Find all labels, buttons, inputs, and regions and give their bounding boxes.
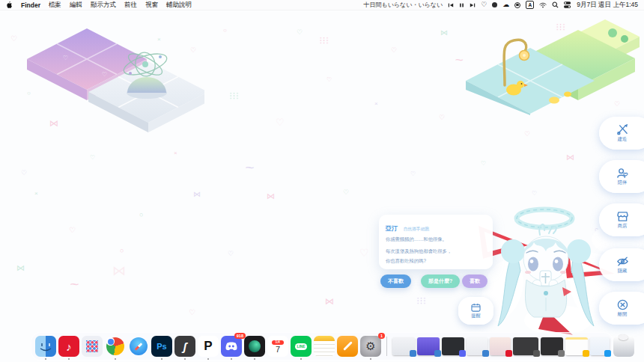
dock-netease-music[interactable]: ♪ xyxy=(58,336,79,357)
window-thumbnail-app-store[interactable] xyxy=(590,337,610,355)
dock-chrome[interactable] xyxy=(105,336,126,357)
side-button-shop[interactable]: 商店 xyxy=(599,203,644,236)
what-is-that-button[interactable]: 那是什麼? xyxy=(421,274,460,288)
wallpaper-motif: ♡ xyxy=(276,117,285,127)
dock-safari[interactable] xyxy=(128,336,149,357)
planet-icon xyxy=(249,340,261,352)
svg-text:♡: ♡ xyxy=(102,71,107,78)
dialog-line: 每次漢堡及熱狗他都會吃很多， xyxy=(386,248,486,255)
window-thumbnail-clip-studio[interactable] xyxy=(513,337,538,355)
window-thumbnail-netease[interactable] xyxy=(490,337,511,355)
apple-menu-icon[interactable] xyxy=(6,1,13,9)
person-heart-icon xyxy=(616,168,629,179)
window-thumbnail-finder[interactable] xyxy=(392,337,415,355)
pause-icon[interactable] xyxy=(459,1,464,9)
line-icon: LINE xyxy=(295,343,308,350)
wallpaper-motif: ♡ xyxy=(21,170,27,177)
dislike-button[interactable]: 不喜歡 xyxy=(380,274,411,288)
now-playing-title[interactable]: 十日間もいらない・いらない xyxy=(364,1,443,9)
clip-studio-icon: ʃ xyxy=(183,340,187,353)
window-thumbnail-system[interactable] xyxy=(541,337,563,355)
trash-paper-icon xyxy=(619,334,628,340)
isometric-platform-left: ♡ ♡ xyxy=(21,21,204,133)
cloud-status-icon[interactable]: ☁ xyxy=(502,1,509,9)
side-button-label: 商店 xyxy=(618,223,628,230)
menu-edit[interactable]: 編輯 xyxy=(70,1,82,10)
finder-face-icon xyxy=(37,340,54,353)
gear-icon: ⚙ xyxy=(365,340,375,353)
status-dot-icon[interactable] xyxy=(492,1,497,9)
menu-view[interactable]: 顯示方式 xyxy=(91,1,116,10)
dock-dark-planet-app[interactable] xyxy=(244,336,265,357)
side-button-label: 建造 xyxy=(618,136,628,143)
next-track-icon[interactable] xyxy=(470,1,476,9)
discord-badge: 918 xyxy=(234,333,246,339)
dock-finder[interactable] xyxy=(35,336,56,357)
side-button-label: 陪伴 xyxy=(618,180,628,186)
dock-separator xyxy=(386,337,387,356)
pen-icon xyxy=(343,341,353,351)
wallpaper-motif: × xyxy=(174,150,177,156)
dock-calendar[interactable]: 9月 7 xyxy=(267,336,288,357)
dock-launchpad[interactable] xyxy=(82,336,103,357)
side-button-quit[interactable]: 離開 xyxy=(599,292,644,325)
menu-bar: Finder 檔案 編輯 顯示方式 前往 視窗 輔助說明 十日間もいらない・いら… xyxy=(0,0,644,10)
screen-record-icon[interactable] xyxy=(514,1,520,9)
side-button-hide[interactable]: 隱藏 xyxy=(599,248,644,281)
wallpaper-motif: ⋈ xyxy=(440,29,448,37)
discord-icon xyxy=(224,341,239,352)
dock-discord[interactable]: 918 xyxy=(221,336,242,357)
spotlight-search-icon[interactable] xyxy=(552,1,559,9)
wallpaper-motif: ♡ xyxy=(439,114,445,121)
menu-file[interactable]: 檔案 xyxy=(49,1,61,10)
pet-character[interactable] xyxy=(474,199,620,335)
side-button-build[interactable]: 建造 xyxy=(599,117,644,150)
pencil-ruler-icon xyxy=(616,124,629,135)
wallpaper-motif: ○ xyxy=(139,212,143,218)
previous-track-icon[interactable] xyxy=(448,1,454,9)
wallpaper-motif: ♡ xyxy=(391,47,397,54)
window-thumbnail-finder[interactable] xyxy=(467,337,487,355)
dock-trash[interactable] xyxy=(613,336,634,357)
dock-system-settings[interactable]: 1 ⚙ xyxy=(360,336,381,357)
wifi-icon[interactable] xyxy=(539,1,547,9)
wallpaper-motif xyxy=(319,37,329,44)
window-thumbnail-finder[interactable] xyxy=(417,337,440,355)
control-center-icon[interactable] xyxy=(564,1,571,9)
chrome-icon xyxy=(106,337,124,355)
menu-go[interactable]: 前往 xyxy=(124,1,137,10)
dock-line[interactable]: LINE xyxy=(291,336,312,357)
heart-menu-icon[interactable]: ♡ xyxy=(481,1,487,9)
dock-pages[interactable] xyxy=(337,336,358,357)
dock-p-app[interactable]: P xyxy=(198,336,219,357)
wallpaper-motif: ♡ xyxy=(343,189,349,196)
isometric-platform-right xyxy=(458,16,644,115)
input-source-badge[interactable]: A xyxy=(526,1,534,9)
safari-compass-icon xyxy=(130,337,148,355)
svg-text:♡: ♡ xyxy=(63,55,68,61)
side-button-companion[interactable]: 陪伴 xyxy=(599,160,644,193)
side-button-label: 隱藏 xyxy=(618,268,628,274)
reminder-button[interactable]: 提醒 xyxy=(458,297,493,325)
desktop-screen: Finder 檔案 編輯 顯示方式 前往 視窗 輔助說明 十日間もいらない・いら… xyxy=(0,0,644,362)
p-app-icon: P xyxy=(204,339,212,354)
wallpaper-motif: ♡ xyxy=(532,191,537,197)
window-thumbnail-discord[interactable] xyxy=(442,337,464,355)
wallpaper-motif: × xyxy=(34,191,38,197)
wallpaper-motif: ♡ xyxy=(297,29,303,36)
wallpaper-motif: ♡ xyxy=(481,161,486,167)
dialog-line: 你感覺餓餓的……和他很像。 xyxy=(386,236,486,243)
dock-clip-studio-paint[interactable]: ʃ xyxy=(174,336,195,357)
wallpaper-motif: ♡ xyxy=(10,35,17,43)
menu-finder[interactable]: Finder xyxy=(21,1,40,9)
wallpaper-motif: ~ xyxy=(246,164,255,173)
dock-notes[interactable] xyxy=(314,336,335,357)
window-thumbnail-chrome[interactable] xyxy=(565,337,588,355)
dock-photoshop[interactable]: Ps xyxy=(151,336,172,357)
wallpaper-motif: ⋈ xyxy=(193,191,201,198)
like-button[interactable]: 喜歡 xyxy=(462,274,487,288)
menu-window[interactable]: 視窗 xyxy=(145,1,158,10)
dialog-line: 你也喜歡吃辣的嗎? xyxy=(386,257,486,265)
menu-clock[interactable]: 9月7日 週日 上午1:45 xyxy=(577,1,638,10)
menu-help[interactable]: 輔助說明 xyxy=(166,1,192,10)
